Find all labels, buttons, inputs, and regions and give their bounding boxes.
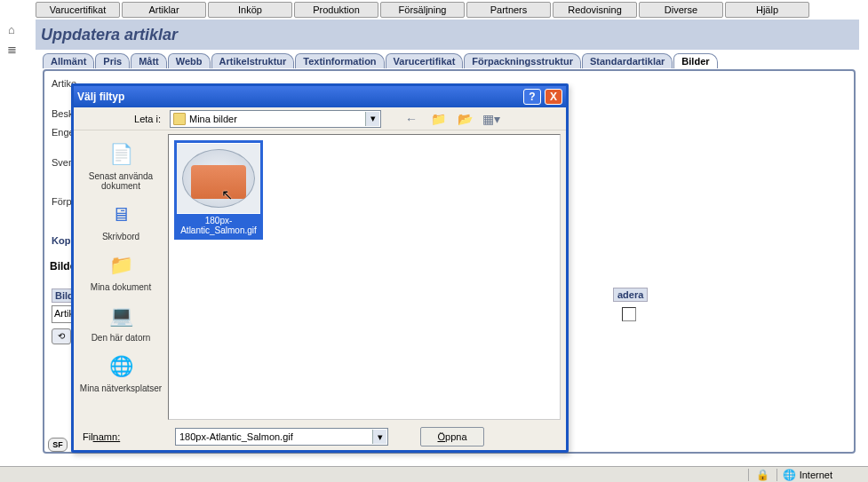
- file-thumbnail[interactable]: ↖ 180px-Atlantic_Salmon.gif: [174, 140, 263, 240]
- left-quickbar: ⌂ ≣: [3, 21, 28, 60]
- place-label: Skrivbord: [76, 232, 166, 241]
- nav-views-icon[interactable]: ▦▾: [482, 110, 500, 128]
- place-mydocs[interactable]: 📁 Mina dokument: [76, 247, 166, 297]
- tab-webb[interactable]: Webb: [168, 53, 211, 68]
- nav-back-icon[interactable]: ←: [402, 110, 420, 128]
- place-network[interactable]: 🌐 Mina nätverksplatser: [76, 348, 166, 399]
- page-title: Uppdatera artiklar: [36, 20, 859, 50]
- tab-bilder[interactable]: Bilder: [673, 53, 717, 68]
- thumbnail-image: ↖: [177, 144, 260, 213]
- menubar: Varucertifikat Artiklar Inköp Produktion…: [36, 2, 809, 18]
- place-label: Mina nätverksplatser: [76, 383, 166, 393]
- tab-strip: Allmänt Pris Mått Webb Artikelstruktur T…: [43, 53, 719, 68]
- radera-label-fragment: adera: [613, 288, 648, 302]
- status-bar: 🔒 🌐 Internet: [0, 466, 868, 482]
- menu-forsaljning[interactable]: Försäljning: [380, 2, 465, 18]
- dialog-bottom: Filnamn: 180px-Atlantic_Salmon.gif ▾ Öpp…: [74, 423, 566, 453]
- file-dialog: Välj filtyp ? X Leta i: Mina bilder ▾ ← …: [71, 83, 569, 453]
- menu-produktion[interactable]: Produktion: [294, 2, 378, 18]
- tab-allmant[interactable]: Allmänt: [43, 53, 94, 68]
- status-zone: Internet: [800, 470, 832, 480]
- recent-icon: 📄: [105, 139, 137, 170]
- lookin-value: Mina bilder: [189, 114, 237, 124]
- radera-checkbox[interactable]: [622, 307, 636, 321]
- tab-varucertifikat[interactable]: Varucertifikat: [386, 53, 464, 68]
- tab-standardartiklar[interactable]: Standardartiklar: [582, 53, 673, 68]
- home-icon[interactable]: ⌂: [3, 21, 20, 37]
- tab-forpackningsstruktur[interactable]: Förpackningsstruktur: [464, 53, 581, 68]
- menu-inkop[interactable]: Inköp: [208, 2, 292, 18]
- mydocs-icon: 📁: [105, 250, 137, 281]
- nav-newfolder-icon[interactable]: 📂: [456, 110, 474, 128]
- computer-icon: 💻: [105, 301, 137, 331]
- place-recent[interactable]: 📄 Senast använda dokument: [76, 136, 166, 196]
- chevron-down-icon: ▾: [365, 112, 379, 126]
- menu-artiklar[interactable]: Artiklar: [122, 2, 206, 18]
- dialog-close-button[interactable]: X: [545, 89, 562, 105]
- lookin-label: Leta i:: [79, 114, 164, 124]
- menu-hjalp[interactable]: Hjälp: [725, 2, 809, 18]
- list-icon[interactable]: ≣: [3, 41, 20, 57]
- place-computer[interactable]: 💻 Den här datorn: [76, 297, 166, 348]
- chevron-down-icon: ▾: [372, 430, 386, 444]
- tab-artikelstruktur[interactable]: Artikelstruktur: [211, 53, 295, 68]
- folder-icon: [173, 113, 186, 125]
- sp-button[interactable]: SF: [48, 438, 68, 452]
- open-button[interactable]: Öppna: [420, 427, 484, 446]
- file-list-pane[interactable]: ↖ 180px-Atlantic_Salmon.gif: [168, 134, 561, 420]
- thumbnail-filename: 180px-Atlantic_Salmon.gif: [177, 214, 260, 237]
- menu-varucertifikat[interactable]: Varucertifikat: [36, 2, 120, 18]
- tab-textinformation[interactable]: Textinformation: [295, 53, 384, 68]
- dialog-help-button[interactable]: ?: [523, 89, 541, 105]
- globe-icon: 🌐: [783, 469, 796, 481]
- tab-matt[interactable]: Mått: [131, 53, 167, 68]
- dialog-title: Välj filtyp: [77, 91, 520, 103]
- place-label: Den här datorn: [76, 333, 166, 343]
- place-label: Mina dokument: [76, 282, 166, 292]
- filename-combo[interactable]: 180px-Atlantic_Salmon.gif ▾: [175, 428, 388, 446]
- place-label: Senast använda dokument: [76, 171, 166, 191]
- network-icon: 🌐: [105, 352, 137, 382]
- filename-value: 180px-Atlantic_Salmon.gif: [179, 431, 293, 442]
- nav-icons: ← 📁 📂 ▦▾: [402, 110, 500, 128]
- nav-up-icon[interactable]: 📁: [429, 110, 447, 128]
- lookin-combo[interactable]: Mina bilder ▾: [170, 110, 381, 128]
- menu-partners[interactable]: Partners: [466, 2, 551, 18]
- cancel-button[interactable]: Avbryt: [420, 452, 484, 453]
- dialog-body: 📄 Senast använda dokument 🖥 Skrivbord 📁 …: [74, 130, 566, 423]
- filename-label: Filnamn:: [83, 431, 168, 442]
- lock-icon: 🔒: [756, 469, 769, 481]
- menu-redovisning[interactable]: Redovisning: [553, 2, 637, 18]
- refresh-icon[interactable]: ⟲: [52, 328, 71, 344]
- desktop-icon: 🖥: [105, 200, 137, 230]
- place-desktop[interactable]: 🖥 Skrivbord: [76, 196, 166, 247]
- places-bar: 📄 Senast använda dokument 🖥 Skrivbord 📁 …: [74, 130, 168, 423]
- tab-pris[interactable]: Pris: [95, 53, 130, 68]
- lookin-row: Leta i: Mina bilder ▾ ← 📁 📂 ▦▾: [74, 107, 566, 130]
- menu-diverse[interactable]: Diverse: [639, 2, 723, 18]
- dialog-titlebar: Välj filtyp ? X: [74, 86, 566, 107]
